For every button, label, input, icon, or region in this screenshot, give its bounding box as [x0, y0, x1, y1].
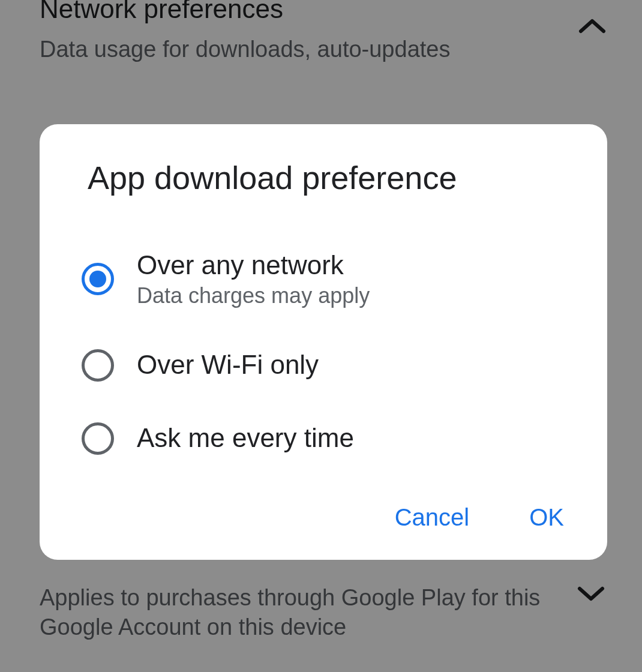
ok-button[interactable]: OK	[529, 499, 564, 536]
radio-text: Over any network Data charges may apply	[137, 250, 370, 308]
radio-list: Over any network Data charges may apply …	[40, 250, 607, 455]
radio-button-icon	[82, 349, 114, 382]
radio-label: Over Wi-Fi only	[137, 350, 319, 380]
radio-text: Over Wi-Fi only	[137, 350, 319, 380]
radio-sublabel: Data charges may apply	[137, 283, 370, 308]
radio-text: Ask me every time	[137, 423, 354, 454]
radio-label: Ask me every time	[137, 423, 354, 454]
cancel-button[interactable]: Cancel	[395, 499, 470, 536]
dialog-title: App download preference	[40, 159, 607, 196]
app-download-preference-dialog: App download preference Over any network…	[40, 124, 607, 560]
radio-option-wifi-only[interactable]: Over Wi-Fi only	[82, 349, 565, 382]
radio-option-ask-every-time[interactable]: Ask me every time	[82, 422, 565, 455]
radio-button-icon	[82, 263, 114, 295]
radio-option-over-any-network[interactable]: Over any network Data charges may apply	[82, 250, 565, 308]
radio-button-icon	[82, 422, 114, 455]
dialog-actions: Cancel OK	[40, 455, 607, 536]
radio-label: Over any network	[137, 250, 370, 281]
